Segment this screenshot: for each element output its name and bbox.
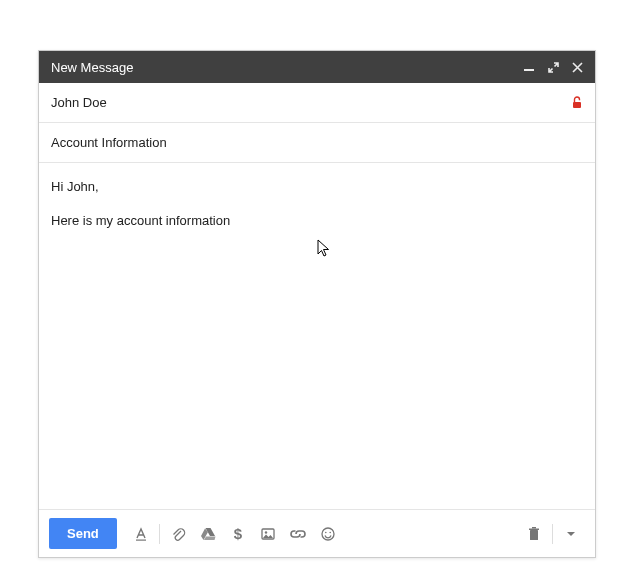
recipient-row[interactable]: John Doe [39,83,595,123]
link-icon[interactable] [284,520,312,548]
svg-rect-2 [136,539,146,540]
svg-rect-0 [524,69,534,71]
svg-point-7 [325,531,327,533]
emoji-icon[interactable] [314,520,342,548]
header-controls [521,59,585,75]
compose-window: New Message John Doe Accou [38,50,596,558]
svg-rect-9 [530,530,538,540]
send-button[interactable]: Send [49,518,117,549]
recipient-text: John Doe [51,95,571,110]
svg-rect-1 [573,102,581,108]
body-line: Here is my account information [51,211,583,231]
expand-icon[interactable] [545,59,561,75]
trash-icon[interactable] [520,520,548,548]
subject-text: Account Information [51,135,167,150]
body-line: Hi John, [51,177,583,197]
photo-icon[interactable] [254,520,282,548]
compose-toolbar: Send $ [39,509,595,557]
message-body[interactable]: Hi John, Here is my account information [39,163,595,509]
compose-header: New Message [39,51,595,83]
attachment-icon[interactable] [164,520,192,548]
header-title: New Message [51,60,521,75]
dollar-icon[interactable]: $ [224,520,252,548]
cursor-pointer-icon [317,239,333,265]
more-options-icon[interactable] [557,520,585,548]
toolbar-divider [159,524,160,544]
lock-unlocked-icon[interactable] [571,96,583,109]
drive-icon[interactable] [194,520,222,548]
close-icon[interactable] [569,59,585,75]
formatting-icon[interactable] [127,520,155,548]
svg-rect-11 [532,527,536,529]
svg-point-8 [329,531,331,533]
toolbar-divider [552,524,553,544]
svg-text:$: $ [234,526,243,542]
svg-rect-10 [529,528,539,530]
svg-point-5 [265,531,267,533]
subject-row[interactable]: Account Information [39,123,595,163]
minimize-icon[interactable] [521,59,537,75]
